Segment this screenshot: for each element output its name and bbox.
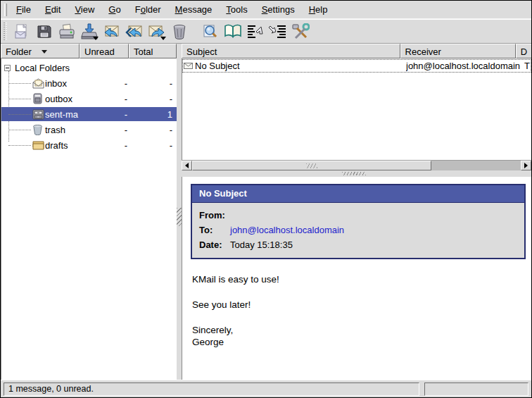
from-field: From:	[199, 208, 517, 223]
unread-count: -	[84, 94, 133, 104]
inbox-icon	[32, 77, 45, 89]
menu-tools[interactable]: Tools	[219, 2, 254, 17]
forward-button[interactable]	[146, 21, 167, 42]
folder-column-label: Folder	[6, 46, 32, 57]
horizontal-splitter[interactable]	[182, 170, 531, 177]
address-book-icon	[224, 23, 242, 40]
preview-subject-title: No Subject	[192, 185, 524, 202]
reply-button[interactable]	[101, 21, 122, 42]
trash-folder-icon	[32, 124, 45, 135]
folder-row-inbox[interactable]: inbox - -	[1, 75, 177, 91]
folder-row-trash[interactable]: trash - -	[1, 122, 177, 137]
message-body: KMail is easy to use! See you later! Sin…	[191, 259, 526, 348]
folder-tree: Local Folders inbox - -	[1, 58, 177, 380]
message-receiver: john@localhost.localdomain	[406, 61, 524, 71]
unread-count: -	[84, 140, 133, 151]
collapse-expander-icon[interactable]	[4, 65, 11, 71]
list-jump-down-icon	[269, 23, 287, 40]
trash-icon	[172, 23, 187, 40]
date-column-header[interactable]: D	[516, 44, 531, 58]
configure-icon	[291, 23, 310, 40]
menu-bar: FileEditViewGoFolderMessageToolsSettings…	[1, 1, 531, 19]
menubar-handle[interactable]	[4, 4, 7, 16]
menu-help[interactable]: Help	[302, 2, 335, 17]
save-icon	[36, 23, 53, 40]
find-messages-button[interactable]	[200, 21, 221, 42]
folder-row-drafts[interactable]: drafts - -	[1, 137, 177, 153]
horizontal-splitter-grip[interactable]	[342, 172, 366, 175]
scroll-left-button[interactable]	[182, 161, 192, 170]
reply-all-button[interactable]	[124, 21, 145, 42]
to-address-link[interactable]: john@localhost.localdomain	[230, 223, 344, 237]
toolbar-handle[interactable]	[4, 23, 8, 41]
folder-row-local-folders[interactable]: Local Folders	[1, 60, 177, 75]
folder-row-sent-mail[interactable]: sent-ma - 1	[1, 106, 177, 122]
preview-header-box: No Subject From: To: john@localhost.loca…	[191, 184, 526, 259]
menu-edit[interactable]: Edit	[38, 2, 68, 17]
find-messages-icon	[202, 23, 219, 40]
total-count: 1	[133, 109, 177, 120]
forward-dropdown-caret[interactable]	[160, 37, 166, 40]
folder-column-header[interactable]: Folder	[1, 44, 80, 58]
save-button[interactable]	[34, 21, 55, 42]
toolbar	[1, 19, 531, 44]
message-preview-pane: No Subject From: To: john@localhost.loca…	[182, 177, 531, 380]
main-area: Folder Unread Total Local Folders	[1, 44, 531, 380]
folder-label: Local Folders	[13, 63, 70, 73]
sent-mail-icon	[32, 108, 45, 120]
message-row[interactable]: No Subject john@localhost.localdomain T	[182, 59, 531, 73]
message-date: T	[524, 61, 531, 71]
vertical-splitter[interactable]	[177, 44, 182, 380]
folder-pane-header: Folder Unread Total	[1, 44, 177, 58]
body-paragraph: See you later!	[192, 299, 523, 311]
new-message-button[interactable]	[11, 21, 32, 42]
message-list-hscrollbar[interactable]	[182, 160, 531, 170]
list-jump-up-button[interactable]	[245, 21, 266, 42]
vertical-splitter-grip[interactable]	[177, 208, 182, 226]
unread-count: -	[84, 125, 133, 135]
total-count: -	[133, 94, 177, 104]
menu-settings[interactable]: Settings	[255, 2, 302, 17]
delete-button[interactable]	[169, 21, 190, 42]
unread-count: -	[84, 109, 133, 120]
menu-message[interactable]: Message	[168, 2, 220, 17]
unread-column-header[interactable]: Unread	[80, 44, 129, 58]
body-paragraph: KMail is easy to use!	[192, 273, 523, 285]
message-envelope-icon	[184, 61, 193, 71]
date-value: Today 15:18:35	[230, 237, 293, 252]
folder-label: outbox	[45, 94, 72, 104]
scrollbar-thumb[interactable]	[192, 161, 431, 170]
message-subject: No Subject	[195, 61, 240, 71]
total-count: -	[133, 125, 177, 135]
total-column-header[interactable]: Total	[129, 44, 177, 58]
subject-column-header[interactable]: Subject	[182, 44, 400, 58]
menu-folder[interactable]: Folder	[128, 2, 168, 17]
address-book-button[interactable]	[222, 21, 243, 42]
folder-label: sent-ma	[45, 109, 78, 120]
print-button[interactable]	[56, 21, 77, 42]
scrollbar-track[interactable]	[431, 161, 521, 170]
total-count: -	[133, 78, 177, 89]
new-message-icon	[13, 23, 30, 40]
receiver-column-header[interactable]: Receiver	[400, 44, 516, 58]
print-icon	[58, 23, 75, 40]
right-arrow-icon	[524, 163, 528, 168]
menu-view[interactable]: View	[68, 2, 101, 17]
configure-button[interactable]	[290, 21, 311, 42]
reply-icon	[103, 23, 121, 40]
left-arrow-icon	[185, 163, 189, 168]
list-jump-down-button[interactable]	[267, 21, 289, 42]
menu-file[interactable]: File	[9, 2, 38, 17]
reply-all-icon	[125, 23, 144, 40]
folder-label: inbox	[45, 78, 67, 89]
folder-label: trash	[45, 125, 65, 135]
scroll-right-button[interactable]	[521, 161, 531, 170]
menu-items: FileEditViewGoFolderMessageToolsSettings…	[9, 2, 334, 17]
folder-row-outbox[interactable]: outbox - -	[1, 91, 177, 106]
check-mail-dropdown-caret[interactable]	[93, 37, 99, 40]
unread-count: -	[84, 78, 133, 89]
menu-go[interactable]: Go	[101, 2, 127, 17]
check-mail-button[interactable]	[79, 21, 100, 42]
to-field: To: john@localhost.localdomain	[199, 223, 517, 237]
message-list: No Subject john@localhost.localdomain T	[182, 58, 531, 160]
